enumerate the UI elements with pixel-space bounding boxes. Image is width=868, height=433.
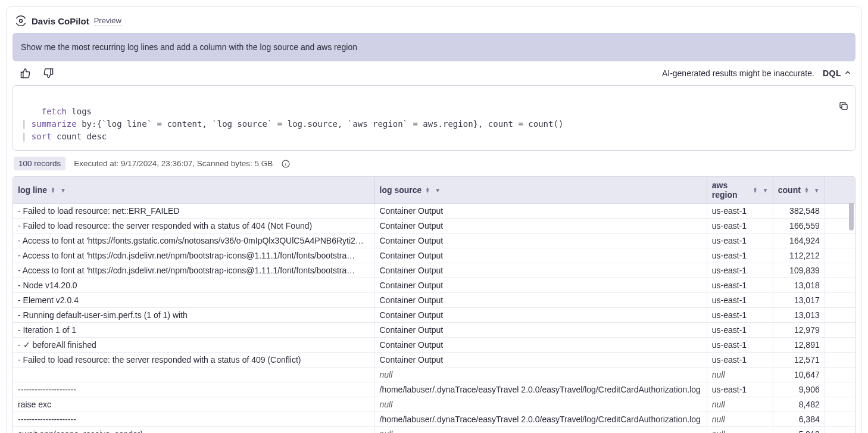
- table-cell: 5,913: [773, 427, 825, 434]
- table-cell: 164,924: [773, 233, 825, 248]
- table-row[interactable]: - Node v14.20.0Container Outputus-east-1…: [13, 278, 855, 293]
- table-cell: Container Output: [374, 233, 707, 248]
- table-row[interactable]: - Failed to load resource: the server re…: [13, 219, 855, 233]
- table-cell: null: [707, 427, 773, 434]
- table-cell-spacer: [825, 367, 855, 382]
- table-cell: us-east-1: [707, 204, 773, 219]
- table-row[interactable]: ---------------------/home/labuser/.dyna…: [13, 412, 855, 427]
- results-table-wrap: log line ▲▼ ▼ log source ▲▼ ▼: [13, 176, 855, 433]
- table-cell: 112,212: [773, 248, 825, 263]
- table-cell: null: [707, 397, 773, 412]
- table-cell-spacer: [825, 353, 855, 367]
- code-text: logs: [67, 107, 92, 116]
- prompt-box[interactable]: Show me the most recurring log lines and…: [13, 33, 855, 61]
- table-cell: - Failed to load resource: the server re…: [13, 219, 374, 233]
- table-cell: /home/labuser/.dynaTrace/easyTravel 2.0.…: [374, 412, 707, 427]
- thumbs-down-button[interactable]: [42, 67, 54, 79]
- table-row[interactable]: ---------------------/home/labuser/.dyna…: [13, 382, 855, 397]
- chevron-up-icon: [844, 68, 852, 79]
- table-row[interactable]: - Running default-user-sim.perf.ts (1 of…: [13, 308, 855, 323]
- table-cell: Container Output: [374, 338, 707, 353]
- table-row[interactable]: - Iteration 1 of 1Container Outputus-eas…: [13, 323, 855, 338]
- table-cell: null: [374, 397, 707, 412]
- table-cell: - Failed to load resource: the server re…: [13, 353, 374, 367]
- prompt-text: Show me the most recurring log lines and…: [21, 42, 357, 52]
- table-cell: 10,647: [773, 367, 825, 382]
- copilot-panel: Davis CoPilot Preview Show me the most r…: [6, 6, 862, 433]
- table-cell: - Access to font at 'https://cdn.jsdeliv…: [13, 248, 374, 263]
- table-row[interactable]: - Access to font at 'https://cdn.jsdeliv…: [13, 263, 855, 278]
- stats-row: 100 records Executed at: 9/17/2024, 23:3…: [13, 151, 855, 176]
- table-cell: us-east-1: [707, 338, 773, 353]
- table-cell-spacer: [825, 308, 855, 323]
- table-cell: [13, 367, 374, 382]
- code-text: by:{`log line` = content, `log source` =…: [77, 119, 564, 129]
- table-row[interactable]: await app(scope, receive, sender)nullnul…: [13, 427, 855, 434]
- info-icon[interactable]: [281, 159, 291, 169]
- table-cell: /home/labuser/.dynaTrace/easyTravel 2.0.…: [374, 382, 707, 397]
- table-cell: Container Output: [374, 293, 707, 308]
- table-cell: 12,979: [773, 323, 825, 338]
- table-row[interactable]: - Failed to load resource: the server re…: [13, 353, 855, 367]
- dql-code-box: fetch logs | summarize by:{`log line` = …: [13, 85, 855, 151]
- panel-title: Davis CoPilot: [32, 16, 89, 26]
- chevron-down-icon: ▼: [763, 187, 769, 194]
- thumbs-down-icon: [42, 67, 54, 79]
- panel-header: Davis CoPilot Preview: [13, 13, 855, 33]
- table-cell-spacer: [825, 263, 855, 278]
- table-cell: us-east-1: [707, 233, 773, 248]
- chevron-down-icon: ▼: [814, 187, 820, 194]
- table-cell: us-east-1: [707, 353, 773, 367]
- copy-icon: [838, 101, 849, 111]
- table-cell: 166,559: [773, 219, 825, 233]
- table-cell: null: [374, 367, 707, 382]
- thumbs-up-button[interactable]: [20, 67, 32, 79]
- column-header-count[interactable]: count ▲▼ ▼: [773, 177, 825, 204]
- table-cell: raise exc: [13, 397, 374, 412]
- column-header-log-line[interactable]: log line ▲▼ ▼: [13, 177, 374, 204]
- copy-button[interactable]: [825, 92, 849, 122]
- copilot-icon: [15, 15, 27, 27]
- table-cell: ---------------------: [13, 412, 374, 427]
- table-cell: Container Output: [374, 248, 707, 263]
- sort-icon: ▲▼: [425, 187, 430, 193]
- table-cell: us-east-1: [707, 248, 773, 263]
- table-row[interactable]: - Element v2.0.4Container Outputus-east-…: [13, 293, 855, 308]
- table-row[interactable]: - ✓ beforeAll finishedContainer Outputus…: [13, 338, 855, 353]
- table-row[interactable]: - Access to font at 'https://cdn.jsdeliv…: [13, 248, 855, 263]
- chevron-down-icon: ▼: [435, 187, 441, 194]
- table-cell: - Failed to load resource: net::ERR_FAIL…: [13, 204, 374, 219]
- table-cell: null: [707, 367, 773, 382]
- table-cell: await app(scope, receive, sender): [13, 427, 374, 434]
- table-cell: - Node v14.20.0: [13, 278, 374, 293]
- table-row[interactable]: raise excnullnull8,482: [13, 397, 855, 412]
- code-kw: sort: [32, 132, 52, 141]
- table-cell: Container Output: [374, 323, 707, 338]
- table-cell-spacer: [825, 323, 855, 338]
- code-kw: fetch: [42, 107, 67, 116]
- table-cell: 6,384: [773, 412, 825, 427]
- table-cell: Container Output: [374, 219, 707, 233]
- table-body: - Failed to load resource: net::ERR_FAIL…: [13, 204, 855, 434]
- table-row[interactable]: nullnull10,647: [13, 367, 855, 382]
- table-cell: - Running default-user-sim.perf.ts (1 of…: [13, 308, 374, 323]
- table-cell: Container Output: [374, 204, 707, 219]
- preview-badge[interactable]: Preview: [94, 16, 121, 26]
- table-cell-spacer: [825, 427, 855, 434]
- column-header-log-source[interactable]: log source ▲▼ ▼: [374, 177, 707, 204]
- table-cell: 8,482: [773, 397, 825, 412]
- table-row[interactable]: - Failed to load resource: net::ERR_FAIL…: [13, 204, 855, 219]
- dql-toggle[interactable]: DQL: [823, 68, 852, 79]
- table-cell: Container Output: [374, 278, 707, 293]
- code-kw: summarize: [32, 119, 77, 129]
- table-cell: 382,548: [773, 204, 825, 219]
- sort-icon: ▲▼: [804, 187, 809, 193]
- code-text: count desc: [52, 132, 107, 141]
- execution-info: Executed at: 9/17/2024, 23:36:07, Scanne…: [74, 159, 273, 168]
- thumbs-up-icon: [20, 67, 32, 79]
- table-cell: Container Output: [374, 263, 707, 278]
- column-header-aws-region[interactable]: aws region ▲▼ ▼: [707, 177, 773, 204]
- table-cell: - ✓ beforeAll finished: [13, 338, 374, 353]
- results-table: log line ▲▼ ▼ log source ▲▼ ▼: [13, 177, 855, 433]
- table-row[interactable]: - Access to font at 'https://fonts.gstat…: [13, 233, 855, 248]
